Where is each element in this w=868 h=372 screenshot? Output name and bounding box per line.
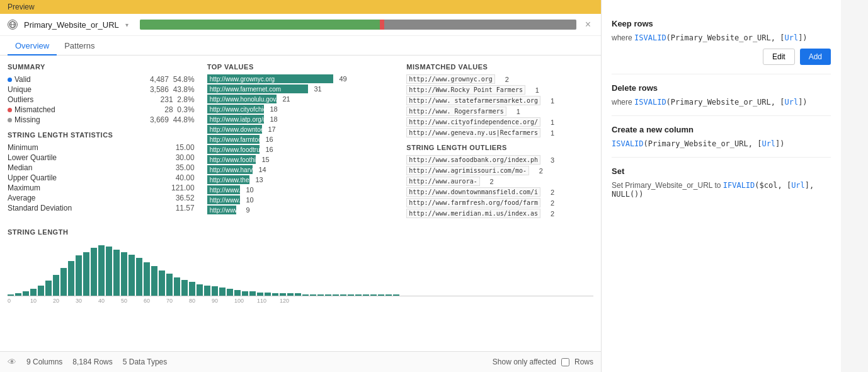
string-stats-section: STRING LENGTH STATISTICS Minimum15.00 Lo… [8, 131, 195, 213]
create-column-section: Create a new column ISVALID(Primary_Webs… [612, 116, 831, 158]
top-value-bar: http://www.farmtocity.org/Farmers [207, 135, 260, 144]
mismatch-value-text: http://www. Rogersfarmers [406, 107, 506, 116]
create-url-link[interactable]: Url [762, 139, 775, 148]
set-formula: Set Primary_Website_or_URL to IFVALID($c… [612, 181, 831, 199]
top-value-count: 9 [240, 206, 250, 214]
chart-bar [287, 293, 294, 296]
chart-bar [181, 280, 188, 296]
main-panel: Preview Primary_Website_or_URL ▾ × Overv… [0, 0, 602, 372]
stat-missing: Missing 3,669 44.8% [8, 115, 195, 125]
mismatch-bar [380, 20, 384, 30]
chart-bar [393, 294, 399, 296]
top-value-item: http://www.grownyc.org49 [207, 74, 394, 83]
mismatch-value-text: http://Www.Rocky Point Farmers [406, 85, 525, 95]
mismatch-count: 1 [544, 129, 554, 137]
right-panel: Keep rows where ISVALID(Primary_Website_… [602, 0, 841, 372]
stat-mismatched: Mismatched 28 0.3% [8, 105, 195, 115]
top-value-count: 17 [266, 125, 276, 133]
chart-axis: 0 10 20 30 40 50 60 70 80 90 100 110 120 [8, 298, 593, 304]
top-value-item: http://www.cityofchicago.org/spec18 [207, 105, 394, 113]
top-value-item: http://www.honolulu.gov/parks/pro21 [207, 95, 394, 103]
chart-bar [385, 294, 392, 296]
top-value-bar: http://www.harvesthomefm.org [207, 165, 253, 174]
columns-count: 9 Columns [26, 357, 62, 366]
top-value-bar: http://www.stpaulfarmersmarket.co [207, 185, 240, 194]
chevron-down-icon[interactable]: ▾ [125, 21, 128, 28]
mismatch-count: 1 [529, 86, 539, 94]
create-column-title: Create a new column [612, 125, 831, 134]
data-types-count: 5 Data Types [123, 357, 168, 366]
chart-bar [212, 286, 218, 296]
chart-bar [83, 252, 89, 296]
top-value-item: http://www.urbanvillageonline.com10 [207, 195, 394, 204]
outlier-count: 2 [484, 178, 494, 185]
tab-patterns[interactable]: Patterns [57, 36, 102, 55]
outlier-value-text: http://www.agrimissouri.com/mo- [406, 166, 529, 175]
chart-bar [227, 289, 233, 296]
keep-edit-button[interactable]: Edit [763, 49, 795, 65]
outlier-value-text: http://www.downtownmansfield.com/i [406, 187, 540, 197]
mismatch-item: http://www.cityofindependence.org/1 [406, 117, 593, 127]
keep-rows-formula: where ISVALID(Primary_Website_or_URL, [U… [612, 33, 831, 42]
chart-bar [317, 294, 324, 296]
set-url-link[interactable]: Url [791, 181, 805, 190]
top-value-count: 18 [268, 115, 278, 123]
keep-url-link[interactable]: Url [784, 33, 798, 42]
outlier-item: http://www.downtownmansfield.com/i2 [406, 187, 593, 197]
tab-overview[interactable]: Overview [8, 36, 57, 55]
eye-icon[interactable]: 👁 [8, 357, 16, 367]
mismatch-item: http://www. statefarmersmarket.org1 [406, 96, 593, 105]
top-value-bar: http://www.cclpmidwest.org [207, 206, 236, 214]
mismatch-item: http://www.geneva.ny.us|Recfarmers1 [406, 128, 593, 137]
create-isvalid-link[interactable]: ISVALID [612, 139, 644, 148]
outlier-count: 2 [533, 167, 543, 175]
quality-progress-bar [140, 20, 576, 30]
top-value-item: http://www.harvesthomefm.org14 [207, 165, 394, 174]
chart-bar [68, 261, 74, 296]
mismatch-count: 1 [544, 97, 554, 105]
column-name-label: Primary_Website_or_URL [24, 20, 119, 30]
chart-bar [159, 270, 165, 296]
show-affected-checkbox[interactable] [561, 358, 569, 366]
keep-isvalid-link[interactable]: ISVALID [634, 33, 666, 42]
delete-url-link[interactable]: Url [784, 98, 798, 107]
mismatch-value-text: http://www. statefarmersmarket.org [406, 96, 540, 105]
keep-add-button[interactable]: Add [800, 49, 831, 65]
top-value-count: 18 [268, 105, 278, 113]
mismatch-item: http;//www.grownyc.org2 [406, 74, 593, 84]
outliers-list: http://www.safoodbank.org/index.ph3http:… [406, 155, 593, 218]
outliers-title: STRING LENGTH OUTLIERS [406, 144, 593, 151]
chart-bar [23, 291, 29, 296]
stat-outliers: Outliers 231 2.8% [8, 95, 195, 105]
chart-bar [370, 294, 377, 296]
chart-bar [76, 255, 82, 296]
chart-bar [128, 255, 135, 296]
chart-bar [302, 294, 309, 296]
top-value-item: http://www.cclpmidwest.org9 [207, 206, 394, 214]
chart-bar [197, 284, 203, 296]
stats-grid: SUMMARY Valid 4,487 54.8% Unique 3,586 4… [8, 63, 593, 219]
set-ifvalid-link[interactable]: IFVALID [723, 181, 755, 190]
outlier-item: http://www.agrimissouri.com/mo-2 [406, 166, 593, 175]
chart-bar [8, 294, 14, 296]
chart-bar [242, 291, 248, 296]
mismatch-value-text: http;//www.grownyc.org [406, 74, 494, 84]
chart-bar [310, 294, 316, 296]
outlier-count: 2 [544, 210, 554, 218]
delete-isvalid-link[interactable]: ISVALID [634, 98, 666, 107]
top-value-item: http://www.iatp.org/minimarkets18 [207, 115, 394, 124]
chart-bar [53, 275, 59, 296]
chart-bar [113, 250, 120, 296]
outlier-value-text: http://www.safoodbank.org/index.ph [406, 155, 540, 165]
outlier-count: 2 [544, 189, 554, 196]
chart-bar [249, 291, 256, 296]
top-value-bar: http://www.themarketcompany.org [207, 175, 249, 184]
close-button[interactable]: × [583, 19, 593, 30]
top-value-count: 14 [256, 166, 266, 173]
chart-bar [106, 247, 112, 296]
chart-bar [166, 274, 173, 296]
top-value-count: 31 [312, 85, 322, 93]
tabs: Overview Patterns [0, 36, 601, 55]
outlier-value-text: http://www.farmfresh.org/food/farm [406, 198, 540, 207]
chart-bar [15, 293, 21, 296]
